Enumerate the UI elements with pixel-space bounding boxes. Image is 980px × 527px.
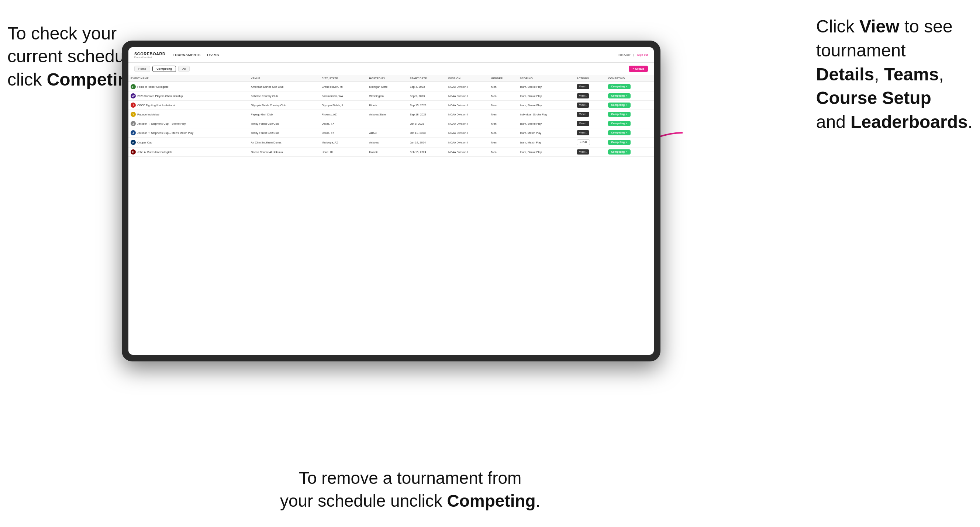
view-button[interactable]: View ℹ (577, 93, 589, 98)
view-button[interactable]: View ℹ (577, 84, 589, 89)
annotation-teams-bold: Teams (884, 65, 939, 84)
cell-division: NCAA Division I (446, 119, 489, 129)
view-button[interactable]: View ℹ (577, 130, 589, 135)
competing-button[interactable]: Competing ✓ (608, 93, 631, 98)
col-venue: VENUE (249, 75, 320, 82)
cell-start-date: Sep 15, 2023 (408, 101, 446, 110)
edit-button[interactable]: ✏ Edit (577, 140, 590, 145)
cell-start-date: Oct 11, 2023 (408, 129, 446, 138)
cell-hosted-by (367, 119, 408, 129)
cell-competing: Competing ✓ (606, 110, 654, 119)
cell-competing: Competing ✓ (606, 148, 654, 157)
cell-event-name: Y Papago Individual (129, 110, 249, 119)
table-row: J Jackson T. Stephens Cup – Men's Match … (129, 129, 654, 138)
table-header-row: EVENT NAME VENUE CITY, STATE HOSTED BY S… (129, 75, 654, 82)
cell-competing: Competing ✓ (606, 82, 654, 92)
event-name-text: Jackson T. Stephens Cup – Men's Match Pl… (137, 131, 193, 135)
cell-venue: Trinity Forest Golf Club (249, 119, 320, 129)
cell-city-state: Olympia Fields, IL (320, 101, 367, 110)
col-division: DIVISION (446, 75, 489, 82)
table-row: Y Papago Individual Papago Golf ClubPhoe… (129, 110, 654, 119)
competing-button[interactable]: Competing ✓ (608, 121, 631, 126)
cell-event-name: A Copper Cup (129, 138, 249, 148)
cell-venue: American Dunes Golf Club (249, 82, 320, 92)
cell-city-state: Maricopa, AZ (320, 138, 367, 148)
nav-signout[interactable]: Sign out (637, 53, 648, 56)
annotation-coursesetup-bold: Course Setup (816, 88, 931, 108)
cell-hosted-by: Michigan State (367, 82, 408, 92)
table-container: EVENT NAME VENUE CITY, STATE HOSTED BY S… (129, 75, 654, 349)
cell-competing: Competing ✓ (606, 92, 654, 101)
cell-scoring: team, Stroke Play (518, 92, 574, 101)
cell-actions: ✏ Edit (574, 138, 606, 148)
nav-user: Test User (618, 53, 631, 56)
logo-area: SCOREBOARD Powered by clippi (134, 52, 165, 58)
event-name-text: John A. Burns Intercollegiate (137, 151, 172, 154)
view-button[interactable]: View ℹ (577, 103, 589, 108)
cell-hosted-by: Washington (367, 92, 408, 101)
cell-gender: Men (489, 110, 518, 119)
team-logo: F (130, 84, 136, 89)
view-button[interactable]: View ℹ (577, 121, 589, 126)
annotation-view-bold: View (859, 17, 900, 36)
cell-start-date: Sep 4, 2023 (408, 82, 446, 92)
col-start-date: START DATE (408, 75, 446, 82)
team-logo: A (130, 140, 136, 145)
team-logo: J (130, 130, 136, 135)
cell-gender: Men (489, 148, 518, 157)
table-row: I OFCC Fighting Illini Invitational Olym… (129, 101, 654, 110)
col-competing: COMPETING (606, 75, 654, 82)
cell-event-name: F Folds of Honor Collegiate (129, 82, 249, 92)
competing-button[interactable]: Competing ✓ (608, 103, 631, 108)
create-button[interactable]: + Create (629, 66, 648, 72)
tab-competing[interactable]: Competing (153, 66, 176, 72)
event-name-text: Jackson T. Stephens Cup – Stroke Play (137, 122, 186, 125)
logo-text: SCOREBOARD (134, 52, 165, 56)
cell-actions: View ℹ (574, 92, 606, 101)
tablet-screen: SCOREBOARD Powered by clippi TOURNAMENTS… (129, 47, 654, 355)
cell-scoring: team, Match Play (518, 129, 574, 138)
col-actions: ACTIONS (574, 75, 606, 82)
cell-start-date: Sep 9, 2023 (408, 92, 446, 101)
col-hosted-by: HOSTED BY (367, 75, 408, 82)
competing-button[interactable]: Competing ✓ (608, 140, 631, 145)
view-button[interactable]: View ℹ (577, 149, 589, 154)
cell-hosted-by: Illinois (367, 101, 408, 110)
cell-gender: Men (489, 138, 518, 148)
cell-city-state: Dallas, TX (320, 119, 367, 129)
tab-home[interactable]: Home (134, 66, 150, 72)
competing-button[interactable]: Competing ✓ (608, 149, 631, 154)
nav-teams[interactable]: TEAMS (207, 53, 219, 57)
event-name-text: OFCC Fighting Illini Invitational (137, 104, 175, 107)
cell-division: NCAA Division I (446, 92, 489, 101)
competing-button[interactable]: Competing ✓ (608, 130, 631, 135)
cell-division: NCAA Division I (446, 129, 489, 138)
cell-actions: View ℹ (574, 129, 606, 138)
event-name-text: 2023 Sahalee Players Championship (137, 94, 183, 98)
cell-hosted-by: Arizona (367, 138, 408, 148)
cell-scoring: team, Stroke Play (518, 119, 574, 129)
cell-division: NCAA Division I (446, 110, 489, 119)
table-row: A Copper Cup Ak-Chin Southern DunesMaric… (129, 138, 654, 148)
cell-venue: Sahalee Country Club (249, 92, 320, 101)
team-logo: H (130, 149, 136, 154)
cell-actions: View ℹ (574, 148, 606, 157)
cell-venue: Ocean Course At Hokuala (249, 148, 320, 157)
annotation-details-bold: Details (816, 65, 874, 84)
cell-hosted-by: ABAC (367, 129, 408, 138)
annotation-bottom: To remove a tournament from your schedul… (280, 467, 541, 512)
table-row: H John A. Burns Intercollegiate Ocean Co… (129, 148, 654, 157)
competing-button[interactable]: Competing ✓ (608, 84, 631, 89)
nav-bar: SCOREBOARD Powered by clippi TOURNAMENTS… (129, 47, 654, 63)
tab-all[interactable]: All (178, 66, 190, 72)
event-name-text: Copper Cup (137, 141, 152, 144)
view-button[interactable]: View ℹ (577, 112, 589, 117)
cell-competing: Competing ✓ (606, 119, 654, 129)
col-gender: GENDER (489, 75, 518, 82)
cell-actions: View ℹ (574, 119, 606, 129)
cell-gender: Men (489, 101, 518, 110)
logo-powered: Powered by clippi (134, 56, 165, 58)
competing-button[interactable]: Competing ✓ (608, 112, 631, 117)
cell-scoring: team, Match Play (518, 138, 574, 148)
nav-tournaments[interactable]: TOURNAMENTS (173, 53, 200, 57)
